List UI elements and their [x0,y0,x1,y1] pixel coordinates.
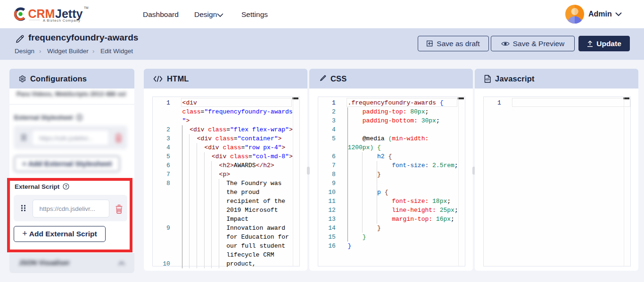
svg-text:A Biztech Company: A Biztech Company [43,18,81,23]
svg-text:TM: TM [84,6,88,9]
svg-text:?: ? [65,184,67,189]
